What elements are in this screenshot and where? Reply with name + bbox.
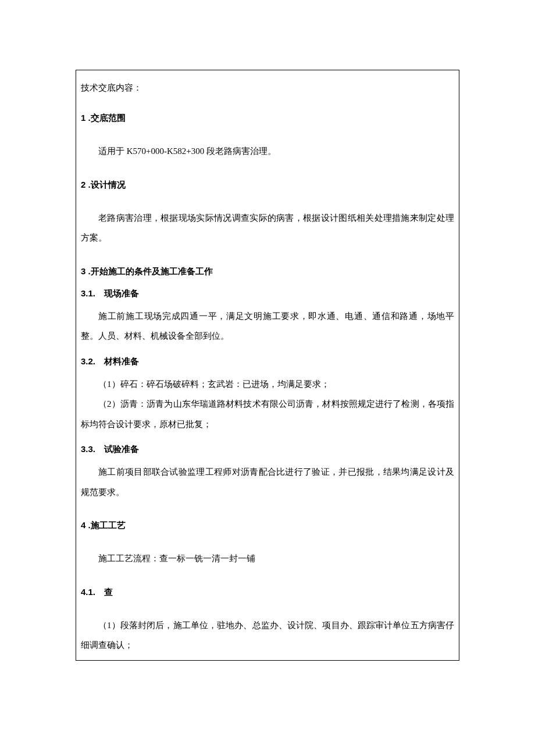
paragraph: 适用于 K570+000-K582+300 段老路病害治理。	[81, 141, 454, 162]
intro-label: 技术交底内容：	[81, 81, 454, 95]
subheading-number: 4.1.	[81, 587, 95, 597]
heading-text: .设计情况	[85, 180, 125, 189]
subheading-text: 查	[95, 587, 113, 597]
heading-text: .开始施工的条件及施工准备工作	[85, 266, 212, 276]
subheading-text: 现场准备	[95, 289, 139, 298]
subheading-number: 3.3.	[81, 444, 95, 454]
page: 技术交底内容： 1 .交底范围 适用于 K570+000-K582+300 段老…	[0, 0, 535, 756]
heading-text: .交底范围	[85, 113, 125, 123]
subheading-test-prep: 3.3. 试验准备	[81, 442, 454, 456]
paragraph: （2）沥青：沥青为山东华瑞道路材料技术有限公司沥青，材料按照规定进行了检测，各项…	[81, 394, 454, 434]
subheading-material-prep: 3.2. 材料准备	[81, 354, 454, 368]
paragraph: 老路病害治理，根据现场实际情况调查实际的病害，根据设计图纸相关处理措施来制定处理…	[81, 208, 454, 248]
subheading-number: 3.2.	[81, 356, 95, 366]
subheading-number: 3.1.	[81, 288, 95, 298]
paragraph: 施工前施工现场完成四通一平，满足文明施工要求，即水通、电通、通信和路通，场地平整…	[81, 306, 454, 346]
subheading-text: 试验准备	[95, 445, 139, 454]
document-box: 技术交底内容： 1 .交底范围 适用于 K570+000-K582+300 段老…	[76, 70, 459, 661]
paragraph: （1）碎石：碎石场破碎料；玄武岩：已进场，均满足要求；	[81, 374, 454, 395]
paragraph: 施工工艺流程：查一标一铣一清一封一铺	[81, 549, 454, 569]
paragraph: 施工前项目部联合试验监理工程师对沥青配合比进行了验证，并已报批，结果均满足设计及…	[81, 462, 454, 502]
heading-preparation: 3 .开始施工的条件及施工准备工作	[81, 264, 454, 278]
heading-design: 2 .设计情况	[81, 178, 454, 192]
heading-scope: 1 .交底范围	[81, 111, 454, 125]
subheading-text: 材料准备	[95, 357, 139, 366]
paragraph: （1）段落封闭后，施工单位，驻地办、总监办、设计院、项目办、跟踪审计单位五方病害…	[81, 615, 454, 655]
heading-text: .施工工艺	[85, 520, 125, 530]
subheading-site-prep: 3.1. 现场准备	[81, 286, 454, 300]
subheading-inspect: 4.1. 查	[81, 585, 454, 599]
heading-process: 4 .施工工艺	[81, 518, 454, 532]
